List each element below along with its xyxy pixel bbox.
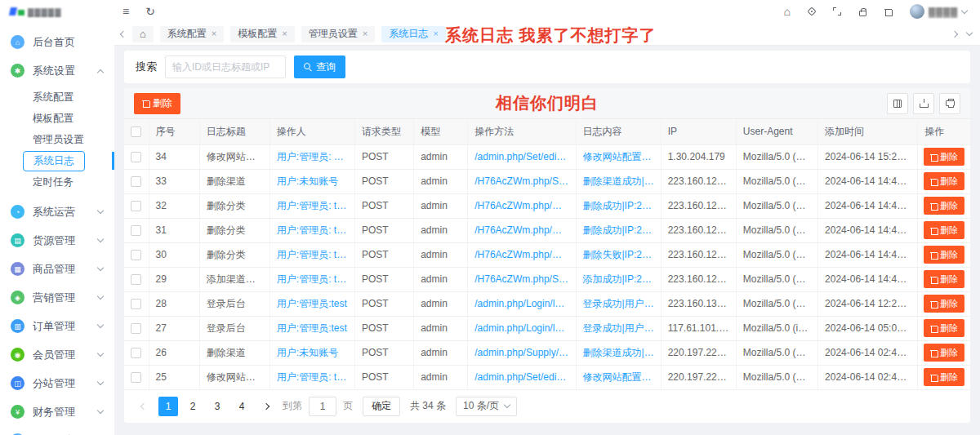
clear-cache-icon[interactable] <box>884 8 892 16</box>
row-checkbox[interactable] <box>131 274 141 285</box>
tabs-scroll-right-icon[interactable] <box>951 30 958 37</box>
tab-系统配置[interactable]: 系统配置× <box>160 26 224 42</box>
jump-suffix: 页 <box>343 399 353 413</box>
home-icon[interactable]: ⌂ <box>783 5 790 18</box>
cell: Mozilla/5.0 (Macin... <box>736 144 817 169</box>
page-button[interactable]: 1 <box>158 397 178 416</box>
column-header: 操作方法 <box>468 119 576 144</box>
sidebar-item-label: 订单管理 <box>33 319 75 334</box>
row-delete-button[interactable]: 删除 <box>924 344 964 362</box>
cell: 删除分类 <box>199 193 270 218</box>
orders-icon: ▥ <box>11 319 24 333</box>
prev-page-button[interactable] <box>134 397 154 416</box>
tabs-menu-icon[interactable] <box>966 29 973 36</box>
row-select-cell <box>124 365 149 389</box>
sidebar-item[interactable]: ▤货源管理 <box>0 226 114 255</box>
sidebar-item[interactable]: ✱系统设置 <box>0 56 114 85</box>
sidebar-item[interactable]: ¥财务管理 <box>0 397 114 426</box>
user-menu[interactable]: ▓▓▓▓ <box>910 4 967 19</box>
cell: Mozilla/5.0 (Linux; ... <box>736 340 817 365</box>
tab-home[interactable]: ⌂ <box>132 26 154 42</box>
tab-模板配置[interactable]: 模板配置× <box>230 26 294 42</box>
sidebar-item[interactable]: ◈营销管理 <box>0 283 114 312</box>
table-header-row: 序号日志标题操作人请求类型模型操作方法日志内容IPUser-Agent添加时间操… <box>124 119 970 144</box>
sidebar-subitem[interactable]: 模板配置 <box>0 108 114 129</box>
row-checkbox[interactable] <box>131 299 141 309</box>
tabs-scroll-left-icon[interactable] <box>120 30 127 37</box>
close-icon[interactable]: × <box>363 29 368 38</box>
page-size-select[interactable]: 10 条/页 <box>456 397 517 416</box>
search-input[interactable] <box>165 55 286 78</box>
row-checkbox[interactable] <box>131 201 141 211</box>
table-row: 31删除分类用户:管理员: te...POSTadmin/H76AcZWm.ph… <box>124 218 970 242</box>
page-button[interactable]: 4 <box>232 397 252 416</box>
row-delete-button[interactable]: 删除 <box>924 270 964 288</box>
menu-collapse-icon[interactable]: ≡ <box>122 6 129 17</box>
row-checkbox[interactable] <box>131 176 141 187</box>
cell: 31 <box>149 218 199 242</box>
sidebar-subitem[interactable]: 系统日志 <box>0 150 114 171</box>
next-page-button[interactable] <box>256 397 276 416</box>
row-actions-cell: 删除 <box>918 193 970 218</box>
column-header: 日志标题 <box>199 119 270 144</box>
cell: 2024-06-14 05:04:32 <box>818 316 918 340</box>
home-icon: ⌂ <box>11 35 24 49</box>
sidebar-item[interactable]: ◔系统运营 <box>0 198 114 226</box>
row-delete-button[interactable]: 删除 <box>924 368 964 386</box>
log-table-card: 删除 相信你们明白 序号日 <box>124 88 970 423</box>
column-header: 模型 <box>414 119 468 144</box>
row-checkbox[interactable] <box>131 372 141 383</box>
row-checkbox[interactable] <box>131 152 141 162</box>
page-button[interactable]: 2 <box>183 397 203 416</box>
row-delete-button[interactable]: 删除 <box>924 246 964 264</box>
batch-delete-button[interactable]: 删除 <box>134 93 180 114</box>
trash-icon <box>930 276 938 283</box>
sidebar-item[interactable]: ▥订单管理 <box>0 312 114 340</box>
print-button[interactable] <box>939 93 960 114</box>
row-delete-button[interactable]: 删除 <box>924 319 964 337</box>
row-checkbox[interactable] <box>131 250 141 260</box>
logo-text: ▓▓▓▓▓ <box>28 7 61 16</box>
topbar: ▓▓▓▓▓ ≡ ↻ ⌂ ▓▓▓▓ <box>0 0 980 23</box>
refresh-icon[interactable]: ↻ <box>145 6 155 17</box>
sidebar-subitem[interactable]: 定时任务 <box>0 171 114 193</box>
page-button[interactable]: 3 <box>207 397 227 416</box>
cell: 用户:管理员: te... <box>270 267 354 291</box>
sidebar-item[interactable]: ⌂后台首页 <box>0 28 114 56</box>
column-header: 请求类型 <box>355 119 414 144</box>
page-jump-input[interactable] <box>309 397 336 416</box>
jump-confirm-button[interactable]: 确定 <box>363 397 400 416</box>
tag-icon[interactable] <box>807 7 816 16</box>
cell: 34 <box>149 144 199 169</box>
row-delete-button[interactable]: 删除 <box>924 197 964 215</box>
search-icon <box>304 63 312 71</box>
tab-管理员设置[interactable]: 管理员设置× <box>301 26 375 42</box>
export-button[interactable] <box>913 93 934 114</box>
row-checkbox[interactable] <box>131 225 141 236</box>
cell: 26 <box>149 340 199 365</box>
row-checkbox[interactable] <box>131 323 141 334</box>
select-all-checkbox[interactable] <box>131 127 141 137</box>
sidebar-item[interactable]: ▣图库中心 <box>0 426 114 435</box>
sidebar-item-label: 系统设置 <box>33 64 75 78</box>
close-icon[interactable]: × <box>212 29 216 38</box>
row-checkbox[interactable] <box>131 348 141 358</box>
sidebar-subitem[interactable]: 系统配置 <box>0 87 114 108</box>
close-icon[interactable]: × <box>433 29 438 38</box>
row-delete-label: 删除 <box>940 371 958 384</box>
row-delete-button[interactable]: 删除 <box>924 172 964 190</box>
row-delete-button[interactable]: 删除 <box>924 295 964 313</box>
sidebar-item[interactable]: ◉会员管理 <box>0 340 114 369</box>
sidebar-item[interactable]: ◫分站管理 <box>0 369 114 397</box>
filter-columns-button[interactable] <box>887 93 908 114</box>
fullscreen-icon[interactable] <box>833 7 841 16</box>
row-delete-button[interactable]: 删除 <box>924 221 964 239</box>
close-icon[interactable]: × <box>282 29 287 38</box>
query-button[interactable]: 查询 <box>294 55 345 78</box>
sidebar-subitem[interactable]: 管理员设置 <box>0 129 114 150</box>
cell: 2024-06-14 14:44:51 <box>818 242 918 267</box>
lock-icon[interactable] <box>859 11 866 16</box>
sidebar-item[interactable]: ▦商品管理 <box>0 255 114 283</box>
tab-系统日志[interactable]: 系统日志× <box>381 26 445 42</box>
row-delete-button[interactable]: 删除 <box>924 148 964 166</box>
